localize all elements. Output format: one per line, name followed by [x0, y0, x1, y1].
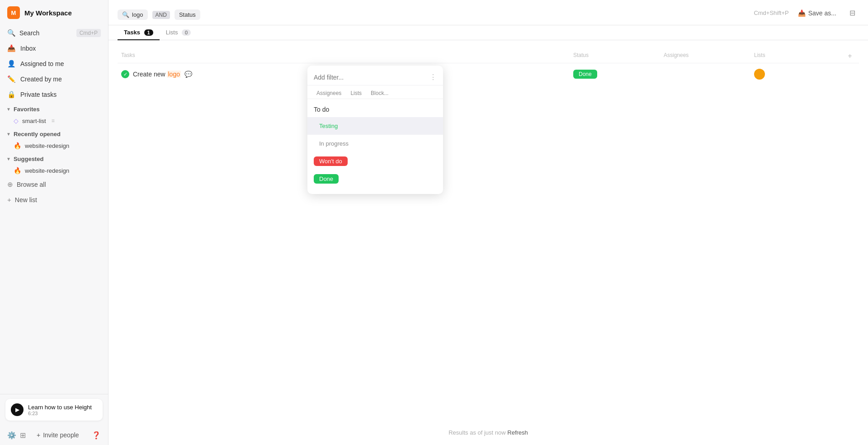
tab-lists[interactable]: Lists 0: [160, 25, 197, 40]
new-list-button[interactable]: + New list: [0, 192, 108, 207]
wont-do-pill: Won't do: [314, 156, 348, 166]
favorites-header[interactable]: ▼ Favorites: [0, 102, 108, 114]
cmd-shortcut: Cmd+Shift+P: [754, 9, 788, 16]
sidebar-item-label: Private tasks: [20, 91, 57, 98]
table-row: ✓ Create new logo 💬 Done: [118, 65, 859, 83]
suggested-label: Suggested: [14, 156, 43, 162]
help-icon[interactable]: ❓: [92, 431, 101, 440]
in-progress-pill: In progress: [314, 139, 354, 148]
refresh-button[interactable]: Refresh: [507, 429, 528, 436]
task-status-cell: Done: [570, 70, 660, 79]
save-as-label: Save as...: [808, 9, 836, 17]
results-text: Results as of just now: [448, 429, 505, 436]
keyword-filter-value: logo: [132, 11, 143, 18]
more-options-icon[interactable]: ⋮: [429, 73, 437, 81]
invite-people-button[interactable]: + Invite people: [31, 429, 85, 441]
dropdown-item-in-progress[interactable]: In progress: [307, 135, 443, 152]
filter-options-button[interactable]: ⊟: [845, 6, 859, 20]
filter-tab-assignees[interactable]: Assignees: [312, 88, 346, 99]
learn-card[interactable]: ▶ Learn how to use Height 6:23: [5, 399, 103, 421]
dropdown-item-done[interactable]: Done: [307, 170, 443, 188]
tab-tasks[interactable]: Tasks 1: [118, 25, 160, 40]
workspace-header[interactable]: M My Workspace: [0, 0, 108, 25]
learn-title: Learn how to use Height: [28, 404, 92, 411]
sidebar-item-inbox[interactable]: 📥 Inbox: [0, 41, 108, 56]
sidebar-item-label: website-redesign: [25, 167, 69, 174]
keyword-highlight: logo: [167, 71, 180, 78]
search-icon-small: 🔍: [122, 11, 129, 18]
dropdown-item-todo[interactable]: To do: [307, 102, 443, 117]
sidebar: M My Workspace 🔍 Search Cmd+P 📥 Inbox 👤 …: [0, 0, 108, 445]
save-icon: 📥: [798, 9, 806, 17]
filter-bar: 🔍 logo AND Status: [118, 9, 754, 20]
and-badge: AND: [151, 11, 171, 19]
col-header-status: Status: [570, 52, 660, 60]
sidebar-item-label: smart-list: [22, 118, 46, 124]
sidebar-item-label: website-redesign: [25, 142, 69, 149]
dropdown-item-testing[interactable]: Testing: [307, 117, 443, 135]
todo-label: To do: [314, 106, 329, 113]
play-button[interactable]: ▶: [11, 403, 24, 416]
col-header-add[interactable]: +: [841, 52, 859, 60]
dropdown-search-bar: ⋮: [307, 69, 443, 85]
task-checkbox[interactable]: ✓: [121, 70, 129, 78]
filter-search-input[interactable]: [314, 74, 426, 81]
sidebar-item-label: Inbox: [20, 45, 36, 52]
lock-icon: 🔒: [7, 90, 16, 99]
filter-tab-blockers[interactable]: Block...: [366, 88, 393, 99]
sidebar-item-label: Created by me: [20, 76, 62, 83]
sidebar-item-private[interactable]: 🔒 Private tasks: [0, 87, 108, 102]
fire-icon: 🔥: [14, 142, 21, 149]
learn-info: Learn how to use Height 6:23: [28, 404, 92, 416]
keyword-filter-chip[interactable]: 🔍 logo: [118, 9, 148, 20]
settings-icon[interactable]: ⚙️: [7, 431, 16, 440]
col-header-lists: Lists: [750, 52, 841, 60]
filter-sub-tabs: Assignees Lists Block...: [307, 85, 443, 99]
task-lists-cell: [750, 69, 841, 80]
fire-icon: 🔥: [14, 167, 21, 174]
topbar-right: Cmd+Shift+P 📥 Save as... ⊟: [754, 6, 859, 24]
sidebar-item-website-redesign-suggested[interactable]: 🔥 website-redesign: [0, 164, 108, 177]
status-filter-chip[interactable]: Status: [175, 9, 200, 20]
sidebar-item-label: Assigned to me: [20, 60, 64, 67]
sidebar-item-created[interactable]: ✏️ Created by me: [0, 71, 108, 87]
save-as-button[interactable]: 📥 Save as...: [794, 8, 840, 19]
content-area: Tasks Status Assignees Lists + ✓ Create …: [108, 40, 868, 445]
browse-all-label: Browse all: [17, 181, 46, 188]
sidebar-item-assigned[interactable]: 👤 Assigned to me: [0, 56, 108, 71]
sliders-icon: ⊟: [849, 9, 855, 17]
user-icon: 👤: [7, 60, 16, 68]
sidebar-search[interactable]: 🔍 Search Cmd+P: [0, 25, 108, 41]
add-space-icon[interactable]: ⊞: [20, 431, 26, 440]
favorites-label: Favorites: [14, 106, 40, 113]
col-header-tasks: Tasks: [118, 52, 570, 60]
table-header: Tasks Status Assignees Lists +: [118, 49, 859, 63]
and-label: AND: [152, 11, 170, 19]
recently-opened-label: Recently opened: [14, 131, 61, 137]
filter-tab-lists[interactable]: Lists: [346, 88, 366, 99]
plus-icon: ⊕: [7, 180, 13, 189]
recently-opened-header[interactable]: ▼ Recently opened: [0, 127, 108, 139]
suggested-header[interactable]: ▼ Suggested: [0, 152, 108, 164]
search-icon: 🔍: [7, 29, 16, 37]
dropdown-item-wont-do[interactable]: Won't do: [307, 152, 443, 170]
workspace-avatar: M: [7, 6, 20, 19]
sub-tabs: Tasks 1 Lists 0: [108, 25, 868, 40]
list-avatar: [754, 69, 765, 80]
learn-duration: 6:23: [28, 411, 92, 416]
plus-icon: +: [7, 196, 11, 204]
comment-icon[interactable]: 💬: [184, 71, 192, 78]
dropdown-items: To do Testing In progress Won't do Done: [307, 99, 443, 190]
diamond-icon: ◇: [14, 117, 19, 124]
workspace-name: My Workspace: [24, 9, 72, 17]
task-name[interactable]: Create new logo: [133, 71, 181, 78]
filter-dropdown: ⋮ Assignees Lists Block... To do Testing: [307, 66, 443, 194]
new-list-label: New list: [15, 196, 37, 204]
lists-badge: 0: [182, 29, 191, 36]
sidebar-item-smart-list[interactable]: ◇ smart-list ≡: [0, 114, 108, 127]
plus-icon: +: [37, 431, 40, 439]
browse-all-button[interactable]: ⊕ Browse all: [0, 177, 108, 192]
lists-tab-label: Lists: [166, 29, 178, 36]
testing-pill: Testing: [314, 121, 343, 131]
sidebar-item-website-redesign-recent[interactable]: 🔥 website-redesign: [0, 139, 108, 152]
